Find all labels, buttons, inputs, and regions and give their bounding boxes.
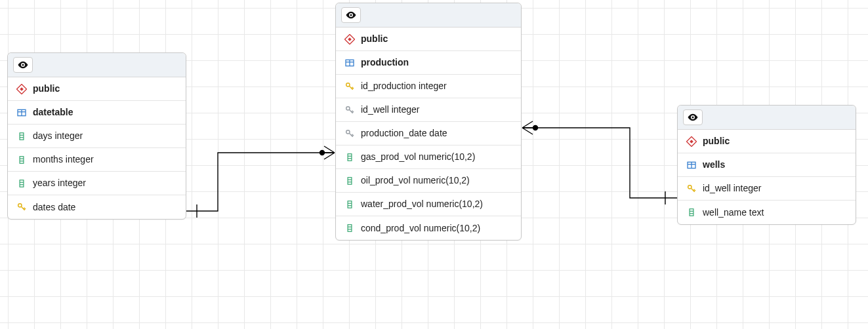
eye-icon — [17, 59, 29, 71]
column-label: production_date date — [361, 127, 513, 139]
svg-rect-4 — [20, 87, 24, 91]
svg-rect-8 — [20, 132, 24, 140]
column-icon — [16, 130, 28, 142]
column-row[interactable]: id_well integer — [336, 98, 521, 122]
column-label: id_production integer — [361, 80, 513, 92]
primary-key-icon — [344, 81, 356, 92]
table-card-datetable[interactable]: public datetable days integer months int… — [7, 52, 186, 220]
svg-rect-20 — [348, 37, 352, 41]
svg-point-18 — [350, 14, 352, 16]
column-label: id_well integer — [361, 104, 513, 115]
visibility-toggle[interactable] — [341, 7, 361, 23]
column-row[interactable]: gas_prod_vol numeric(10,2) — [336, 145, 521, 169]
card-header — [8, 53, 186, 77]
schema-row[interactable]: public — [678, 130, 856, 153]
svg-point-24 — [346, 83, 350, 86]
column-icon — [686, 206, 697, 218]
eye-icon — [345, 9, 357, 21]
column-icon — [16, 178, 28, 189]
card-header — [336, 3, 521, 28]
eye-icon — [687, 111, 699, 123]
column-row[interactable]: dates date — [8, 195, 186, 219]
column-label: dates date — [33, 201, 178, 213]
card-header — [678, 106, 856, 130]
column-icon — [344, 151, 356, 163]
column-label: months integer — [33, 153, 178, 165]
schema-icon — [344, 33, 356, 45]
column-label: water_prod_vol numeric(10,2) — [361, 198, 513, 210]
schema-name: public — [361, 33, 513, 45]
table-name-row[interactable]: wells — [678, 153, 856, 177]
column-label: years integer — [33, 177, 178, 189]
column-label: gas_prod_vol numeric(10,2) — [361, 151, 513, 163]
visibility-toggle[interactable] — [13, 57, 33, 73]
primary-key-icon — [686, 183, 697, 195]
svg-rect-14 — [20, 180, 24, 187]
table-name: wells — [703, 159, 848, 170]
table-icon — [686, 159, 697, 171]
column-row[interactable]: production_date date — [336, 122, 521, 145]
svg-rect-11 — [20, 156, 24, 163]
column-label: id_well integer — [703, 182, 848, 194]
column-row[interactable]: well_name text — [678, 201, 856, 224]
table-icon — [344, 57, 356, 69]
table-icon — [16, 107, 28, 119]
column-row[interactable]: oil_prod_vol numeric(10,2) — [336, 169, 521, 193]
svg-point-17 — [18, 204, 22, 207]
foreign-key-icon — [344, 128, 356, 140]
column-row[interactable]: days integer — [8, 125, 186, 148]
column-row[interactable]: months integer — [8, 148, 186, 172]
svg-point-2 — [22, 64, 24, 66]
svg-point-25 — [346, 106, 350, 109]
column-row[interactable]: water_prod_vol numeric(10,2) — [336, 193, 521, 216]
svg-rect-27 — [348, 153, 352, 161]
table-name: datetable — [33, 106, 178, 118]
svg-point-45 — [688, 185, 692, 188]
schema-name: public — [33, 83, 178, 94]
table-name-row[interactable]: datetable — [8, 101, 186, 125]
column-icon — [344, 222, 356, 234]
table-name: production — [361, 56, 513, 68]
column-label: cond_prod_vol numeric(10,2) — [361, 222, 513, 234]
column-row[interactable]: id_production integer — [336, 75, 521, 98]
svg-point-26 — [346, 130, 350, 133]
column-icon — [344, 175, 356, 187]
svg-rect-33 — [348, 201, 352, 208]
schema-name: public — [703, 135, 848, 147]
column-row[interactable]: years integer — [8, 172, 186, 195]
column-icon — [344, 199, 356, 210]
svg-rect-46 — [690, 209, 693, 216]
svg-rect-36 — [348, 225, 352, 232]
foreign-key-icon — [344, 104, 356, 116]
visibility-toggle[interactable] — [683, 109, 703, 125]
svg-point-39 — [692, 117, 694, 119]
svg-rect-30 — [348, 177, 352, 184]
table-card-production[interactable]: public production id_production integer … — [335, 3, 522, 241]
primary-key-icon — [16, 201, 28, 213]
column-label: oil_prod_vol numeric(10,2) — [361, 174, 513, 186]
table-card-wells[interactable]: public wells id_well integer well_name t… — [677, 105, 856, 225]
schema-row[interactable]: public — [336, 28, 521, 51]
table-name-row[interactable]: production — [336, 51, 521, 75]
schema-icon — [16, 83, 28, 95]
schema-icon — [686, 136, 697, 147]
column-row[interactable]: cond_prod_vol numeric(10,2) — [336, 216, 521, 240]
column-row[interactable]: id_well integer — [678, 177, 856, 201]
column-label: days integer — [33, 130, 178, 142]
svg-rect-41 — [690, 140, 693, 144]
column-label: well_name text — [703, 206, 848, 218]
schema-row[interactable]: public — [8, 77, 186, 101]
column-icon — [16, 154, 28, 166]
